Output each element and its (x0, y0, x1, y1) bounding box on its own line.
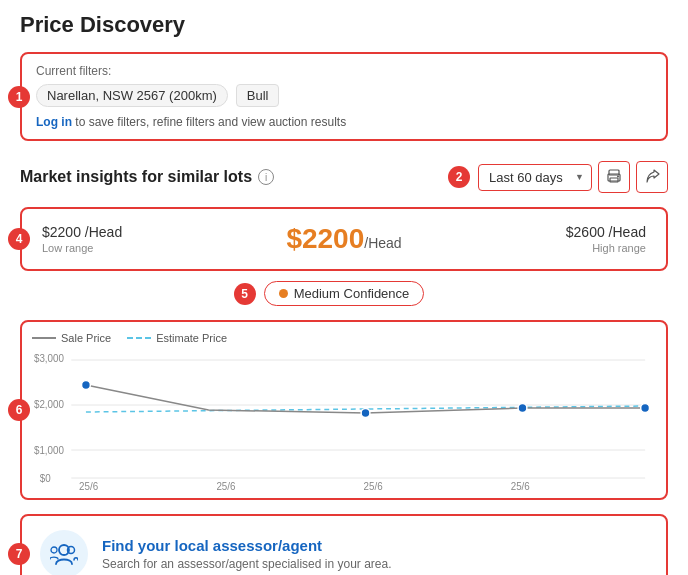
chart-legend: Sale Price Estimate Price (32, 332, 650, 344)
legend-sale-label: Sale Price (61, 332, 111, 344)
insights-header: Market insights for similar lots i 2 Las… (20, 161, 668, 193)
print-button[interactable] (598, 161, 630, 193)
page-title: Price Discovery (20, 12, 668, 38)
filters-section: 1 Current filters: Narellan, NSW 2567 (2… (20, 52, 668, 141)
legend-sale-price: Sale Price (32, 332, 111, 344)
agent-section[interactable]: 7 Find your local assessor/agent Search … (20, 514, 668, 575)
step-badge-6: 6 (8, 399, 30, 421)
login-link[interactable]: Log in (36, 115, 72, 129)
login-prompt: Log in to save filters, refine filters a… (36, 115, 652, 129)
share-icon (644, 169, 660, 185)
time-select-wrapper[interactable]: Last 60 days Last 30 days Last 90 days (478, 164, 592, 191)
confidence-badge: Medium Confidence (264, 281, 425, 306)
legend-estimate-line (127, 337, 151, 339)
svg-point-15 (518, 404, 527, 413)
step-badge-7: 7 (8, 543, 30, 565)
legend-estimate-label: Estimate Price (156, 332, 227, 344)
insights-title: Market insights for similar lots (20, 168, 252, 186)
legend-sale-line (32, 337, 56, 339)
svg-text:25/6: 25/6 (216, 481, 236, 490)
login-prompt-text: to save filters, refine filters and view… (75, 115, 346, 129)
svg-point-23 (51, 547, 57, 553)
svg-text:$2,000: $2,000 (34, 399, 64, 410)
price-low: $2200 /Head Low range (42, 224, 122, 254)
price-high: $2600 /Head High range (566, 224, 646, 254)
legend-estimate-price: Estimate Price (127, 332, 227, 344)
svg-point-16 (641, 404, 650, 413)
svg-text:25/6: 25/6 (364, 481, 384, 490)
controls-row: 2 Last 60 days Last 30 days Last 90 days (478, 161, 668, 193)
price-main-unit: /Head (364, 235, 401, 251)
chart-area: $3,000 $2,000 $1,000 $0 25/6 (32, 350, 650, 490)
svg-text:25/6: 25/6 (511, 481, 531, 490)
share-button[interactable] (636, 161, 668, 193)
price-main-value: $2200 (286, 223, 364, 254)
confidence-label: Medium Confidence (294, 286, 410, 301)
agent-icon-circle (40, 530, 88, 575)
svg-point-13 (82, 381, 91, 390)
confidence-badge-wrap: 5 Medium Confidence (264, 281, 425, 306)
filters-label: Current filters: (36, 64, 652, 78)
svg-text:$1,000: $1,000 (34, 445, 64, 456)
insights-title-row: Market insights for similar lots i (20, 168, 274, 186)
svg-text:$3,000: $3,000 (34, 353, 64, 364)
confidence-row: 5 Medium Confidence (20, 281, 668, 306)
agent-title: Find your local assessor/agent (102, 537, 392, 554)
print-icon (606, 169, 622, 185)
agent-icon (50, 540, 78, 568)
price-low-label: Low range (42, 242, 122, 254)
svg-text:25/6: 25/6 (79, 481, 99, 490)
info-icon[interactable]: i (258, 169, 274, 185)
confidence-dot (279, 289, 288, 298)
price-high-label: High range (566, 242, 646, 254)
type-filter-tag[interactable]: Bull (236, 84, 280, 107)
step-badge-4: 4 (8, 228, 30, 250)
chart-svg: $3,000 $2,000 $1,000 $0 25/6 (32, 350, 650, 490)
agent-text: Find your local assessor/agent Search fo… (102, 537, 392, 571)
svg-text:$0: $0 (40, 473, 51, 484)
chart-section: 6 Sale Price Estimate Price $3,000 $2,00… (20, 320, 668, 500)
step-badge-2: 2 (448, 166, 470, 188)
step-badge-1: 1 (8, 86, 30, 108)
location-filter-tag[interactable]: Narellan, NSW 2567 (200km) (36, 84, 228, 107)
agent-subtitle: Search for an assessor/agent specialised… (102, 557, 392, 571)
filters-tags: Narellan, NSW 2567 (200km) Bull (36, 84, 652, 107)
price-range-box: 4 $2200 /Head Low range $2200/Head $2600… (20, 207, 668, 271)
svg-point-3 (617, 176, 619, 178)
price-low-value: $2200 /Head (42, 224, 122, 240)
svg-point-14 (361, 409, 370, 418)
price-main: $2200/Head (286, 223, 401, 255)
step-badge-5: 5 (234, 283, 256, 305)
time-select[interactable]: Last 60 days Last 30 days Last 90 days (478, 164, 592, 191)
price-high-value: $2600 /Head (566, 224, 646, 240)
